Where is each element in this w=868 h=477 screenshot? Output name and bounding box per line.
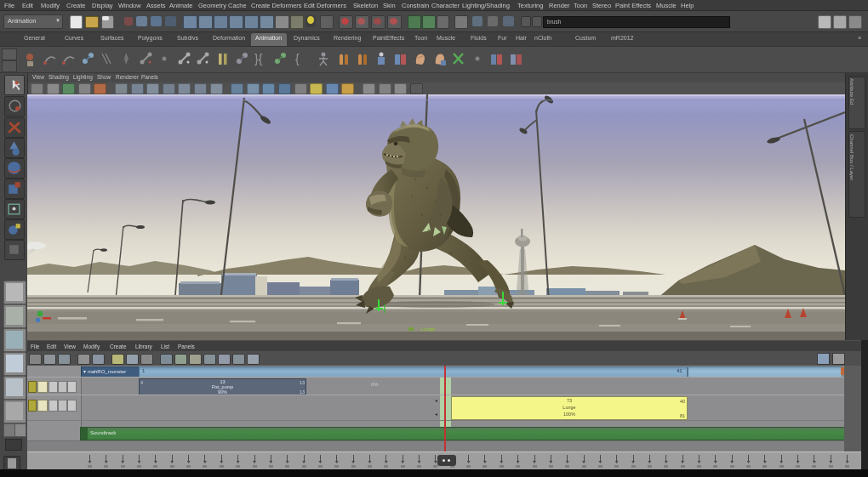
svg-text:{: { (295, 52, 300, 65)
svg-text:Lunge: Lunge (421, 327, 436, 332)
svg-text:}{: }{ (254, 52, 263, 65)
